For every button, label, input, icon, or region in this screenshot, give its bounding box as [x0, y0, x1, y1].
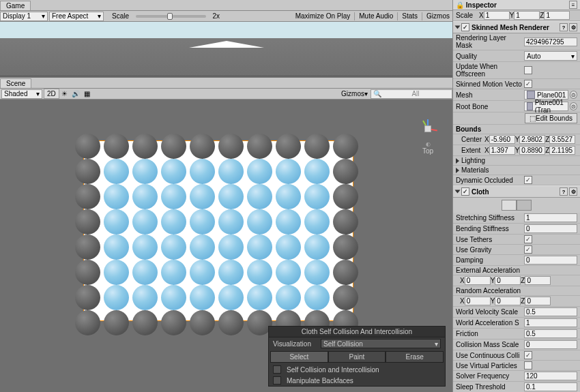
- scale-slider[interactable]: [136, 15, 206, 18]
- cloth-particle[interactable]: [104, 209, 129, 235]
- cloth-particle[interactable]: [247, 235, 272, 260]
- game-tab[interactable]: Game: [0, 1, 31, 10]
- motion-vectors-checkbox[interactable]: ✓: [524, 80, 532, 88]
- visualization-select[interactable]: Self Collision▾: [321, 339, 441, 348]
- cloth-particle[interactable]: [276, 235, 301, 260]
- cloth-particle[interactable]: [161, 260, 186, 285]
- collmass-input[interactable]: [524, 340, 577, 349]
- scene-search[interactable]: 🔍All: [371, 89, 452, 99]
- cloth-particle-fixed[interactable]: [333, 235, 358, 260]
- cloth-particle[interactable]: [190, 235, 215, 260]
- cloth-particle-fixed[interactable]: [75, 209, 100, 235]
- solver-input[interactable]: [524, 372, 577, 380]
- cloth-particle[interactable]: [276, 260, 301, 285]
- lighting-foldout[interactable]: Lighting: [461, 157, 485, 164]
- cloth-particle[interactable]: [276, 184, 301, 209]
- edit-bounds-button[interactable]: ⬚ Edit Bounds: [525, 113, 577, 123]
- orientation-gizmo[interactable]: ◐ Top: [416, 117, 440, 155]
- stats-toggle[interactable]: Stats: [399, 12, 420, 20]
- center-z[interactable]: [549, 135, 575, 144]
- scene-view[interactable]: ◐ Top Cloth Self Collision And Intercoll…: [0, 100, 452, 392]
- cloth-particle-fixed[interactable]: [218, 134, 244, 159]
- damping-input[interactable]: [524, 256, 577, 265]
- cloth-particle-fixed[interactable]: [75, 235, 100, 260]
- cloth-particle[interactable]: [132, 285, 158, 310]
- cloth-particle[interactable]: [132, 159, 158, 184]
- extacc-y[interactable]: [495, 276, 521, 285]
- cloth-particle[interactable]: [190, 260, 215, 285]
- cloth-particle[interactable]: [132, 235, 158, 260]
- cloth-particle[interactable]: [161, 184, 186, 209]
- center-y[interactable]: [519, 135, 545, 144]
- aspect-select[interactable]: Free Aspect▾: [49, 12, 104, 21]
- cloth-particle[interactable]: [218, 260, 244, 285]
- cloth-particle-fixed[interactable]: [304, 134, 330, 159]
- cloth-particle-fixed[interactable]: [333, 134, 358, 159]
- cloth-particle[interactable]: [276, 209, 301, 235]
- cloth-header[interactable]: ✓ Cloth ?⚙: [453, 185, 580, 198]
- cloth-particle[interactable]: [247, 209, 272, 235]
- cloth-particle[interactable]: [304, 260, 330, 285]
- cloth-help-icon[interactable]: ?: [560, 187, 568, 196]
- scale-x-input[interactable]: [484, 11, 510, 20]
- mode-paint[interactable]: Paint: [328, 351, 386, 363]
- cloth-particle[interactable]: [218, 159, 244, 184]
- cloth-particle-fixed[interactable]: [161, 134, 186, 159]
- cloth-particle[interactable]: [304, 184, 330, 209]
- randacc-y[interactable]: [495, 297, 521, 305]
- cloth-particle-fixed[interactable]: [75, 159, 100, 184]
- smr-header[interactable]: ✓ Skinned Mesh Renderer ?⚙: [453, 21, 580, 33]
- cloth-particle-fixed[interactable]: [333, 260, 358, 285]
- layer-mask-input[interactable]: [524, 37, 577, 46]
- center-x[interactable]: [489, 135, 515, 144]
- stretch-input[interactable]: [524, 213, 577, 222]
- smr-settings-icon[interactable]: ⚙: [569, 23, 577, 31]
- maximize-toggle[interactable]: Maximize On Play: [293, 12, 353, 20]
- gizmos-toggle[interactable]: Gizmos: [424, 12, 452, 20]
- smr-help-icon[interactable]: ?: [560, 23, 568, 31]
- sleep-input[interactable]: [524, 382, 577, 391]
- scene-gizmos-toggle[interactable]: Gizmos: [341, 90, 364, 97]
- cloth-particle-fixed[interactable]: [276, 134, 301, 159]
- cloth-particle[interactable]: [104, 184, 129, 209]
- cloth-particle[interactable]: [218, 285, 244, 310]
- root-bone-field[interactable]: Plane001 (Tran: [524, 102, 568, 111]
- mode-select[interactable]: Select: [270, 351, 328, 363]
- light-icon[interactable]: ☀: [61, 90, 68, 97]
- mesh-picker-icon[interactable]: ⊙: [570, 91, 577, 99]
- cloth-particle[interactable]: [304, 159, 330, 184]
- cloth-tool-constraints[interactable]: [502, 200, 517, 211]
- cloth-particle[interactable]: [247, 159, 272, 184]
- cloth-particle-fixed[interactable]: [333, 285, 358, 310]
- friction-input[interactable]: [524, 329, 577, 338]
- materials-foldout[interactable]: Materials: [461, 166, 489, 174]
- cloth-particle[interactable]: [161, 235, 186, 260]
- cloth-particle[interactable]: [190, 285, 215, 310]
- cloth-particle[interactable]: [218, 209, 244, 235]
- backfaces-checkbox[interactable]: [273, 376, 281, 385]
- cloth-particle[interactable]: [276, 285, 301, 310]
- cloth-particle[interactable]: [247, 260, 272, 285]
- display-select[interactable]: Display 1▾: [0, 12, 48, 21]
- cloth-particle-fixed[interactable]: [190, 134, 215, 159]
- cloth-particle-fixed[interactable]: [218, 310, 244, 335]
- cloth-particle-fixed[interactable]: [75, 310, 100, 335]
- cloth-particle[interactable]: [104, 235, 129, 260]
- cloth-particle[interactable]: [161, 209, 186, 235]
- mesh-field[interactable]: Plane001: [524, 90, 568, 100]
- extent-y[interactable]: [519, 146, 545, 155]
- cloth-particle[interactable]: [132, 184, 158, 209]
- cloth-particle[interactable]: [190, 209, 215, 235]
- inspector-menu-icon[interactable]: ≡: [569, 1, 577, 9]
- cloth-particle[interactable]: [218, 184, 244, 209]
- gizmo-bubble[interactable]: ◐: [416, 141, 440, 147]
- scene-tab[interactable]: Scene: [0, 78, 31, 88]
- cloth-particle[interactable]: [247, 184, 272, 209]
- cloth-particle-fixed[interactable]: [75, 134, 100, 159]
- cloth-particle-fixed[interactable]: [132, 134, 158, 159]
- shading-mode[interactable]: Shaded▾: [1, 89, 42, 99]
- cloth-particle-fixed[interactable]: [333, 159, 358, 184]
- cloth-particle[interactable]: [247, 285, 272, 310]
- cloth-particle-fixed[interactable]: [190, 310, 215, 335]
- randacc-x[interactable]: [465, 297, 491, 305]
